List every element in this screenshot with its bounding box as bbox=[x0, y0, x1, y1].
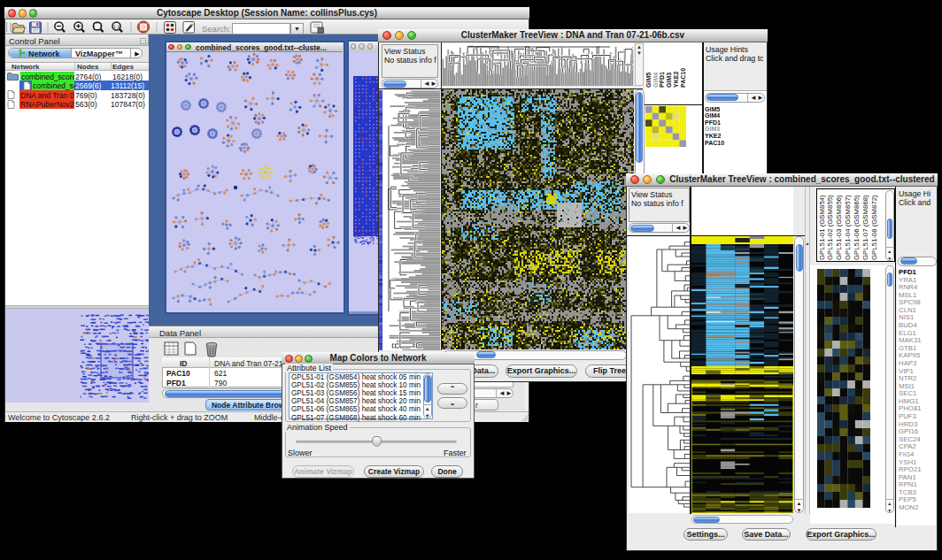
svg-text:1:1: 1:1 bbox=[113, 24, 120, 29]
